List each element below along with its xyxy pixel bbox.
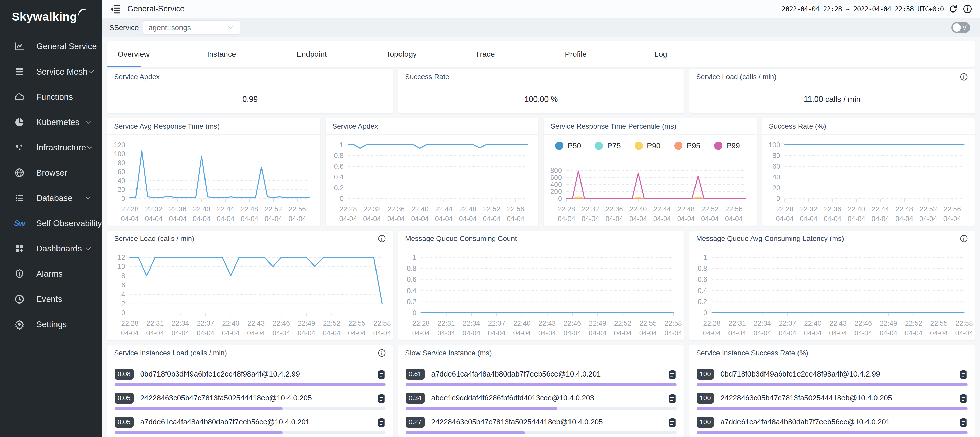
list-item-main: 0.34abee1c9dddaf4f6286fbf6dfd4013cce@10.…	[406, 393, 677, 404]
tab-log[interactable]: Log	[654, 50, 744, 59]
tab-instance[interactable]: Instance	[207, 50, 296, 59]
sidebar-item-label: Self Observability	[36, 218, 102, 228]
svg-text:04-04: 04-04	[247, 329, 265, 337]
svg-text:22:31: 22:31	[438, 320, 455, 327]
general-service-icon	[13, 41, 25, 52]
sidebar-item-kubernetes[interactable]: Kubernetes	[0, 109, 102, 135]
svg-text:04-04: 04-04	[955, 329, 973, 337]
card-title: Service Apdex	[332, 122, 532, 130]
instance-list: 0.61a7dde61ca4fa48a4b80dab7f7eeb56ce@10.…	[398, 361, 684, 437]
tab-overview[interactable]: Overview	[118, 50, 207, 59]
instance-name[interactable]: 24228463c05b47c7813fa502544418eb@10.4.0.…	[140, 394, 377, 402]
svg-text:22:40: 22:40	[513, 320, 531, 327]
list-item-main: 0.0524228463c05b47c7813fa502544418eb@10.…	[115, 393, 386, 404]
svg-text:04-04: 04-04	[854, 329, 872, 337]
svg-text:22:34: 22:34	[754, 320, 771, 327]
svg-text:80: 80	[118, 159, 125, 167]
svg-text:04-04: 04-04	[920, 215, 937, 223]
sidebar-item-dashboards[interactable]: Dashboards	[0, 236, 102, 261]
instance-name[interactable]: 0bd718f0b3df49a6bfe1e2ce48f98a4f@10.4.2.…	[721, 370, 959, 378]
info-icon[interactable]	[959, 234, 968, 243]
svg-text:04-04: 04-04	[323, 329, 340, 337]
dashboards-icon	[13, 243, 25, 254]
chevron-down-icon	[84, 119, 92, 126]
copy-clipboard-icon[interactable]	[668, 393, 676, 404]
service-select[interactable]: agent::songs	[143, 21, 240, 35]
sidebar-item-infrastructure[interactable]: Infrastructure	[0, 135, 102, 160]
copy-clipboard-icon[interactable]	[377, 393, 386, 404]
chart-service-load: 02468101222:2804-0422:3104-0422:3404-042…	[107, 247, 393, 340]
info-icon[interactable]	[377, 234, 386, 243]
collapse-sidebar-icon[interactable]	[110, 3, 121, 14]
sidebar-item-database[interactable]: Database	[0, 185, 102, 211]
sidebar-item-browser[interactable]: Browser	[0, 160, 102, 185]
svg-text:22:46: 22:46	[855, 320, 872, 327]
svg-text:22:49: 22:49	[880, 320, 897, 327]
copy-clipboard-icon[interactable]	[959, 417, 968, 428]
svg-text:20: 20	[772, 184, 780, 192]
instance-name[interactable]: abee1c9dddaf4f6286fbf6dfd4013cce@10.4.0.…	[431, 394, 668, 402]
svg-text:22:58: 22:58	[665, 320, 682, 327]
copy-clipboard-icon[interactable]	[959, 369, 968, 380]
instance-name[interactable]: 24228463c05b47c7813fa502544418eb@10.4.0.…	[721, 394, 959, 402]
instance-name[interactable]: a7dde61ca4fa48a4b80dab7f7eeb56ce@10.4.0.…	[140, 418, 377, 426]
card-header: Slow Service Instance (ms)	[398, 345, 684, 361]
svg-text:22:32: 22:32	[145, 205, 162, 213]
svg-text:04-04: 04-04	[240, 215, 258, 223]
svg-text:04-04: 04-04	[779, 329, 797, 337]
copy-clipboard-icon[interactable]	[668, 417, 676, 428]
sidebar-item-alarms[interactable]: Alarms	[0, 261, 102, 287]
svg-text:04-04: 04-04	[800, 215, 818, 223]
instance-name[interactable]: 0bd718f0b3df49a6bfe1e2ce48f98a4f@10.4.2.…	[140, 370, 377, 378]
chevron-down-icon	[227, 24, 234, 32]
svg-text:04-04: 04-04	[896, 215, 913, 223]
list-card-service-instances-load-calls-min-: Service Instances Load (calls / min)0.08…	[107, 345, 393, 437]
value-badge: 100	[697, 369, 714, 380]
sidebar-item-general-service[interactable]: General Service	[0, 34, 102, 59]
svg-text:0: 0	[703, 309, 707, 317]
sidebar-item-self-observability[interactable]: SwSelf Observability	[0, 211, 102, 236]
instance-name[interactable]: a7dde61ca4fa48a4b80dab7f7eeb56ce@10.4.0.…	[431, 370, 668, 378]
copy-clipboard-icon[interactable]	[377, 417, 386, 428]
tab-topology[interactable]: Topology	[386, 50, 476, 59]
sidebar-item-functions[interactable]: Functions	[0, 84, 102, 109]
svg-text:22:49: 22:49	[589, 320, 606, 327]
svg-text:0.2: 0.2	[407, 298, 416, 306]
svg-text:04-04: 04-04	[582, 215, 599, 223]
svg-text:04-04: 04-04	[193, 215, 210, 223]
copy-clipboard-icon[interactable]	[668, 369, 676, 380]
line-chart-svg: 00.20.40.60.8122:2804-0422:3104-0422:340…	[689, 247, 975, 340]
svg-text:04-04: 04-04	[507, 215, 525, 223]
card-header: Service Apdex	[326, 119, 538, 135]
time-range-text[interactable]: 2022-04-04 22:28 ~ 2022-04-04 22:58 UTC+…	[782, 5, 944, 13]
svg-text:0: 0	[121, 195, 125, 203]
instance-name[interactable]: a7dde61ca4fa48a4b80dab7f7eeb56ce@10.4.0.…	[721, 418, 959, 426]
refresh-icon[interactable]	[948, 4, 958, 14]
svg-text:22:32: 22:32	[582, 205, 599, 213]
svg-text:04-04: 04-04	[121, 329, 138, 337]
version-toggle[interactable]: V	[951, 22, 970, 33]
copy-clipboard-icon[interactable]	[959, 393, 968, 404]
card-header: Service Instances Load (calls / min)	[107, 345, 393, 361]
card-header: Message Queue Consuming Count	[398, 231, 684, 247]
svg-text:22:34: 22:34	[463, 320, 480, 327]
svg-text:800: 800	[550, 167, 562, 174]
info-icon[interactable]	[377, 349, 386, 357]
sidebar-item-service-mesh[interactable]: Service Mesh	[0, 59, 102, 84]
value-badge: 0.61	[406, 369, 425, 380]
sidebar-item-settings[interactable]: Settings	[0, 312, 102, 337]
info-icon[interactable]	[963, 4, 972, 14]
list-item-main: 0.080bd718f0b3df49a6bfe1e2ce48f98a4f@10.…	[115, 369, 386, 380]
value-badge: 0.08	[115, 369, 134, 380]
sidebar-item-events[interactable]: Events	[0, 287, 102, 312]
tab-endpoint[interactable]: Endpoint	[296, 50, 386, 59]
list-item-main: 10024228463c05b47c7813fa502544418eb@10.4…	[697, 393, 968, 404]
svg-text:22:37: 22:37	[488, 320, 505, 327]
info-icon[interactable]	[959, 73, 968, 81]
dashboard-content: OverviewInstanceEndpointTopologyTracePro…	[102, 37, 980, 437]
tab-profile[interactable]: Profile	[565, 50, 654, 59]
tab-trace[interactable]: Trace	[476, 50, 565, 59]
instance-name[interactable]: 24228463c05b47c7813fa502544418eb@10.4.0.…	[431, 418, 668, 426]
copy-clipboard-icon[interactable]	[377, 369, 386, 380]
svg-text:04-04: 04-04	[488, 329, 505, 337]
